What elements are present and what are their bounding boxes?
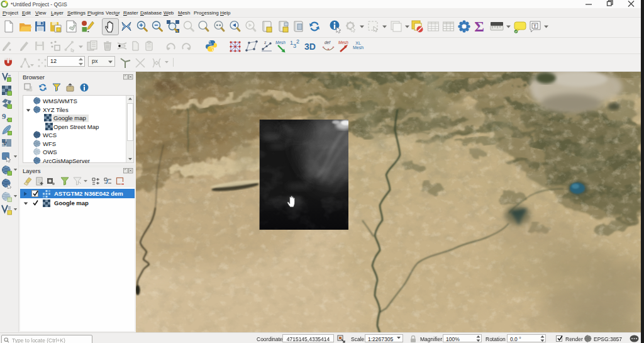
svg-text:Mesh: Mesh (338, 40, 348, 45)
svg-text:V: V (3, 140, 7, 147)
svg-text:def: def (325, 40, 331, 45)
svg-text:z: z (264, 40, 267, 45)
svg-text:9: 9 (2, 111, 6, 121)
svg-text:Mesh: Mesh (275, 40, 286, 45)
svg-text:T: T (533, 23, 536, 29)
